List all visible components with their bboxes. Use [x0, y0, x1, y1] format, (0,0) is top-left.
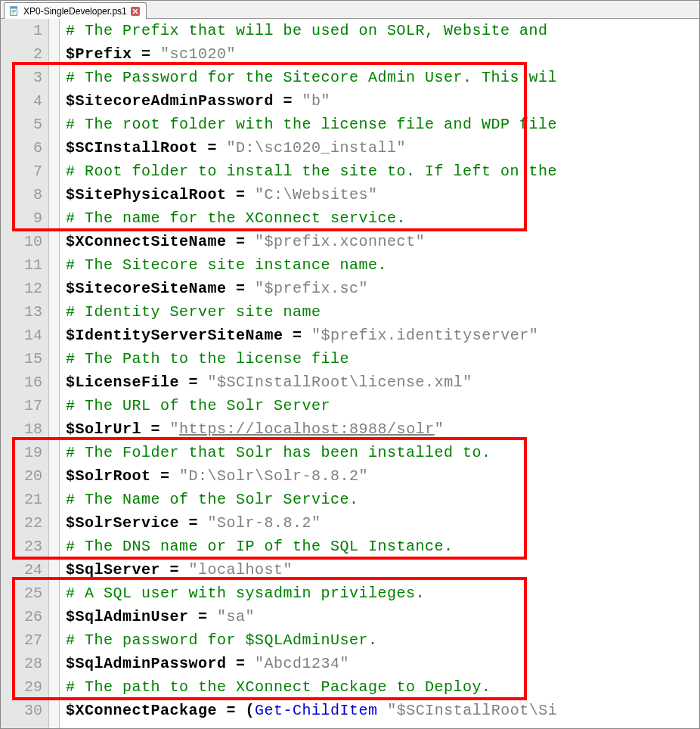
- code-line[interactable]: $XConnectPackage = (Get-ChildItem "$SCIn…: [66, 699, 699, 722]
- line-number: 14: [1, 324, 42, 347]
- code-line[interactable]: # The Password for the Sitecore Admin Us…: [66, 66, 699, 89]
- line-number: 2: [1, 42, 42, 66]
- line-number: 6: [1, 136, 42, 160]
- svg-rect-2: [12, 10, 16, 11]
- line-number: 10: [1, 230, 42, 253]
- line-number: 15: [1, 347, 42, 371]
- line-number: 25: [1, 582, 42, 605]
- code-line[interactable]: # The password for $SQLAdminUser.: [66, 628, 699, 652]
- line-number: 7: [1, 160, 42, 183]
- line-number: 4: [1, 89, 42, 113]
- code-line[interactable]: $SCInstallRoot = "D:\sc1020_install": [66, 136, 699, 160]
- line-number: 27: [1, 628, 42, 652]
- svg-rect-3: [12, 11, 16, 12]
- tab-filename: XP0-SingleDeveloper.ps1: [23, 6, 127, 17]
- code-line[interactable]: $SitecoreAdminPassword = "b": [66, 89, 699, 113]
- code-line[interactable]: # The name for the XConnect service.: [66, 206, 699, 230]
- line-number: 28: [1, 652, 42, 675]
- tab-close-icon[interactable]: [131, 7, 140, 16]
- line-number: 26: [1, 605, 42, 628]
- line-number: 9: [1, 206, 42, 230]
- code-line[interactable]: $LicenseFile = "$SCInstallRoot\license.x…: [66, 371, 699, 394]
- line-number: 21: [1, 488, 42, 511]
- line-number: 3: [1, 66, 42, 89]
- line-number: 5: [1, 113, 42, 136]
- code-line[interactable]: $SqlAdminPassword = "Abcd1234": [66, 652, 699, 675]
- line-number: 22: [1, 511, 42, 535]
- line-number: 13: [1, 300, 42, 324]
- line-number: 23: [1, 535, 42, 558]
- code-line[interactable]: $SitePhysicalRoot = "C:\Websites": [66, 183, 699, 206]
- code-line[interactable]: $Prefix = "sc1020": [66, 42, 699, 66]
- code-line[interactable]: $SqlServer = "localhost": [66, 558, 699, 582]
- code-area[interactable]: 1234567891011121314151617181920212223242…: [1, 19, 699, 728]
- code-line[interactable]: $SolrService = "Solr-8.8.2": [66, 511, 699, 535]
- line-number: 17: [1, 394, 42, 417]
- line-number: 1: [1, 19, 42, 42]
- svg-rect-1: [11, 6, 17, 8]
- code-line[interactable]: $IdentityServerSiteName = "$prefix.ident…: [66, 324, 699, 347]
- code-line[interactable]: # Root folder to install the site to. If…: [66, 160, 699, 183]
- line-number-gutter: 1234567891011121314151617181920212223242…: [1, 19, 49, 728]
- code-line[interactable]: $XConnectSiteName = "$prefix.xconnect": [66, 230, 699, 253]
- code-line[interactable]: # The Path to the license file: [66, 347, 699, 371]
- fold-margin: [49, 19, 60, 728]
- line-number: 30: [1, 699, 42, 722]
- code-line[interactable]: # The Sitecore site instance name.: [66, 253, 699, 277]
- line-number: 18: [1, 417, 42, 441]
- code-line[interactable]: $SqlAdminUser = "sa": [66, 605, 699, 628]
- line-number: 19: [1, 441, 42, 464]
- code-line[interactable]: # The URL of the Solr Server: [66, 394, 699, 417]
- code-line[interactable]: # The root folder with the license file …: [66, 113, 699, 136]
- code-line[interactable]: # The path to the XConnect Package to De…: [66, 675, 699, 699]
- code-line[interactable]: # The Prefix that will be used on SOLR, …: [66, 19, 699, 42]
- line-number: 12: [1, 277, 42, 300]
- code-line[interactable]: # Identity Server site name: [66, 300, 699, 324]
- tab-bar: XP0-SingleDeveloper.ps1: [1, 1, 699, 19]
- file-tab[interactable]: XP0-SingleDeveloper.ps1: [4, 2, 147, 19]
- editor-window: XP0-SingleDeveloper.ps1 1234567891011121…: [0, 0, 700, 729]
- code-line[interactable]: $SitecoreSiteName = "$prefix.sc": [66, 277, 699, 300]
- code-line[interactable]: $SolrUrl = "https://localhost:8988/solr": [66, 417, 699, 441]
- line-number: 20: [1, 464, 42, 488]
- svg-rect-4: [12, 12, 15, 13]
- line-number: 11: [1, 253, 42, 277]
- code-line[interactable]: # A SQL user with sysadmin privileges.: [66, 582, 699, 605]
- file-icon: [9, 6, 20, 17]
- line-number: 8: [1, 183, 42, 206]
- code-line[interactable]: # The Name of the Solr Service.: [66, 488, 699, 511]
- line-number: 24: [1, 558, 42, 582]
- code-line[interactable]: # The Folder that Solr has been installe…: [66, 441, 699, 464]
- code-content[interactable]: # The Prefix that will be used on SOLR, …: [60, 19, 699, 728]
- code-line[interactable]: # The DNS name or IP of the SQL Instance…: [66, 535, 699, 558]
- line-number: 29: [1, 675, 42, 699]
- line-number: 16: [1, 371, 42, 394]
- code-line[interactable]: $SolrRoot = "D:\Solr\Solr-8.8.2": [66, 464, 699, 488]
